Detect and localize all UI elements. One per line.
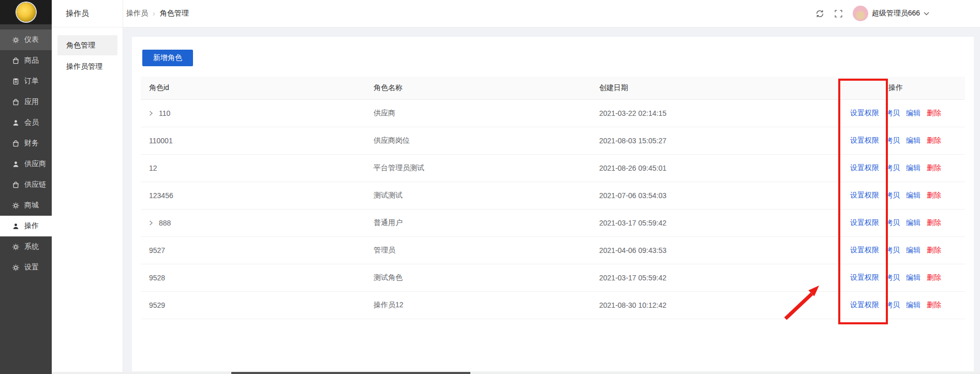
sidebar-item-members[interactable]: 会员 xyxy=(0,112,52,133)
sidebar-item-suppliers[interactable]: 供应商 xyxy=(0,154,52,174)
delete-link[interactable]: 删除 xyxy=(927,109,941,118)
copy-link[interactable]: 拷贝 xyxy=(885,301,900,310)
sidebar-item-goods[interactable]: 商品 xyxy=(0,50,52,71)
delete-link[interactable]: 删除 xyxy=(927,136,941,145)
sidebar-item-label: 会员 xyxy=(24,118,39,127)
cell-actions: 设置权限 拷贝 编辑 删除 xyxy=(833,155,965,182)
expand-row-icon[interactable] xyxy=(149,111,154,116)
refresh-icon[interactable] xyxy=(815,9,824,18)
copy-link[interactable]: 拷贝 xyxy=(885,246,900,255)
sidebar-item-orders[interactable]: 订单 xyxy=(0,71,52,92)
table-row: 9529 操作员12 2021-08-30 10:12:42 设置权限 拷贝 编… xyxy=(141,292,965,319)
sidebar-item-finance[interactable]: 财务 xyxy=(0,133,52,154)
edit-link[interactable]: 编辑 xyxy=(906,163,920,173)
sidebar-item-label: 操作 xyxy=(24,221,39,231)
cell-role-name: 普通用户 xyxy=(365,210,591,236)
cell-role-name: 供应商岗位 xyxy=(365,127,591,154)
cell-actions: 设置权限 拷贝 编辑 删除 xyxy=(833,182,965,209)
cell-role-id: 9528 xyxy=(141,264,365,291)
column-header-role-id: 角色id xyxy=(141,77,365,99)
bag-icon xyxy=(12,181,20,189)
edit-link[interactable]: 编辑 xyxy=(906,136,920,145)
sidebar-item-supply-chain[interactable]: 供应链 xyxy=(0,174,52,195)
sidebar-item-label: 系统 xyxy=(24,242,39,251)
cell-role-name: 测试角色 xyxy=(365,264,591,291)
set-permissions-link[interactable]: 设置权限 xyxy=(850,191,879,200)
sub-menu: 角色管理 操作员管理 xyxy=(52,27,123,77)
table-row: 888 普通用户 2021-03-17 05:59:42 设置权限 拷贝 编辑 … xyxy=(141,210,965,237)
bag-icon xyxy=(12,140,20,147)
delete-link[interactable]: 删除 xyxy=(927,191,941,200)
set-permissions-link[interactable]: 设置权限 xyxy=(850,136,879,145)
sidebar-item-label: 应用 xyxy=(24,97,39,107)
username: 超级管理员666 xyxy=(872,9,920,18)
copy-link[interactable]: 拷贝 xyxy=(885,191,900,200)
role-id: 888 xyxy=(159,219,171,227)
horizontal-scrollbar-thumb[interactable] xyxy=(231,372,470,374)
set-permissions-link[interactable]: 设置权限 xyxy=(850,163,879,173)
edit-link[interactable]: 编辑 xyxy=(906,273,920,282)
sidebar-item-label: 财务 xyxy=(24,139,39,148)
cell-actions: 设置权限 拷贝 编辑 删除 xyxy=(833,127,965,154)
gear-icon xyxy=(12,202,20,210)
fullscreen-icon[interactable] xyxy=(834,9,843,18)
submenu-item-operator-management[interactable]: 操作员管理 xyxy=(57,56,117,77)
delete-link[interactable]: 删除 xyxy=(927,246,941,255)
breadcrumb-separator: › xyxy=(153,9,155,18)
breadcrumb-current: 角色管理 xyxy=(160,9,189,18)
cell-role-id: 888 xyxy=(141,210,365,236)
set-permissions-link[interactable]: 设置权限 xyxy=(850,301,879,310)
delete-link[interactable]: 删除 xyxy=(927,218,941,228)
table-row: 12 平台管理员测试 2021-08-26 09:45:01 设置权限 拷贝 编… xyxy=(141,155,965,182)
bag-icon xyxy=(12,98,20,106)
copy-link[interactable]: 拷贝 xyxy=(885,218,900,228)
column-header-actions: 操作 xyxy=(833,77,965,99)
cell-created-date: 2021-04-06 09:43:53 xyxy=(591,237,833,264)
delete-link[interactable]: 删除 xyxy=(927,273,941,282)
sidebar-item-settings[interactable]: 设置 xyxy=(0,257,52,278)
breadcrumb-prev[interactable]: 操作员 xyxy=(126,9,148,18)
copy-link[interactable]: 拷贝 xyxy=(885,109,900,118)
cell-role-name: 测试测试 xyxy=(365,182,591,209)
user-icon xyxy=(12,160,20,168)
edit-link[interactable]: 编辑 xyxy=(906,218,920,228)
sidebar-item-mall[interactable]: 商城 xyxy=(0,195,52,216)
expand-row-icon[interactable] xyxy=(149,220,154,226)
set-permissions-link[interactable]: 设置权限 xyxy=(850,109,879,118)
add-role-button[interactable]: 新增角色 xyxy=(142,50,193,66)
user-menu[interactable]: 超级管理员666 xyxy=(853,6,929,21)
sidebar-item-system[interactable]: 系统 xyxy=(0,236,52,257)
topbar-right: 超级管理员666 xyxy=(815,6,929,21)
cell-role-name: 供应商 xyxy=(365,100,591,127)
cell-role-id: 123456 xyxy=(141,182,365,209)
cell-role-id: 12 xyxy=(141,155,365,182)
sidebar-item-apps[interactable]: 应用 xyxy=(0,92,52,112)
cell-created-date: 2021-03-22 02:14:15 xyxy=(591,100,833,127)
sidebar-item-dashboard[interactable]: 仪表 xyxy=(0,29,52,50)
main-sidebar: 仪表 商品 订单 应用 会员 财务 xyxy=(0,0,52,374)
role-id: 9528 xyxy=(149,274,165,282)
edit-link[interactable]: 编辑 xyxy=(906,301,920,310)
sidebar-item-operations[interactable]: 操作 xyxy=(0,216,52,236)
avatar[interactable] xyxy=(853,6,868,21)
sub-sidebar: 操作员 角色管理 操作员管理 xyxy=(52,0,123,374)
edit-link[interactable]: 编辑 xyxy=(906,109,920,118)
copy-link[interactable]: 拷贝 xyxy=(885,136,900,145)
role-id: 123456 xyxy=(149,191,173,200)
edit-link[interactable]: 编辑 xyxy=(906,246,920,255)
gauge-icon xyxy=(12,36,20,44)
cell-role-name: 管理员 xyxy=(365,237,591,264)
set-permissions-link[interactable]: 设置权限 xyxy=(850,273,879,282)
column-header-role-name: 角色名称 xyxy=(365,77,591,99)
delete-link[interactable]: 删除 xyxy=(927,301,941,310)
copy-link[interactable]: 拷贝 xyxy=(885,273,900,282)
sub-sidebar-title: 操作员 xyxy=(52,0,123,27)
copy-link[interactable]: 拷贝 xyxy=(885,163,900,173)
edit-link[interactable]: 编辑 xyxy=(906,191,920,200)
set-permissions-link[interactable]: 设置权限 xyxy=(850,218,879,228)
delete-link[interactable]: 删除 xyxy=(927,163,941,173)
sidebar-item-label: 仪表 xyxy=(24,35,39,44)
set-permissions-link[interactable]: 设置权限 xyxy=(850,246,879,255)
role-id: 12 xyxy=(149,164,157,172)
submenu-item-role-management[interactable]: 角色管理 xyxy=(57,35,117,55)
